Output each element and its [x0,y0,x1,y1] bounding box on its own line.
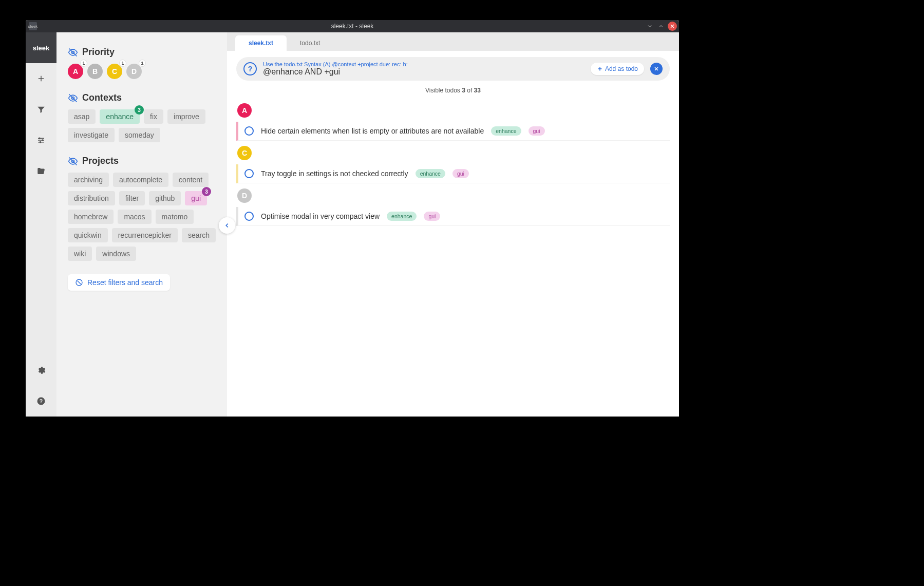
svg-point-9 [40,142,41,143]
context-chip-fix[interactable]: fix [144,109,163,124]
project-chip-github[interactable]: github [149,191,181,205]
contexts-title: Contexts [82,92,122,103]
project-tag[interactable]: gui [452,169,469,178]
main-panel: sleek.txttodo.txt ? Use the todo.txt Syn… [227,32,679,417]
context-chip-improve[interactable]: improve [167,109,205,124]
help-button[interactable]: ? [26,386,56,417]
nav-rail: sleek ? [26,32,56,417]
context-tag[interactable]: enhance [491,126,521,136]
app-window: sleek sleek.txt - sleek sleek [26,20,679,417]
project-chip-quickwin[interactable]: quickwin [68,228,108,242]
project-tag[interactable]: gui [424,212,440,221]
context-tag[interactable]: enhance [416,169,445,178]
project-chip-windows[interactable]: windows [96,247,136,261]
project-chip-gui[interactable]: gui3 [185,191,207,205]
project-chip-matomo[interactable]: matomo [156,210,194,224]
project-chip-distribution[interactable]: distribution [68,191,115,205]
project-chip-recurrencepicker[interactable]: recurrencepicker [112,228,178,242]
projects-title: Projects [82,156,119,166]
file-tabs: sleek.txttodo.txt [227,32,679,51]
minimize-button[interactable] [645,22,654,31]
todo-row[interactable]: Tray toggle in settings is not checked c… [236,164,670,183]
contexts-header: Contexts [68,92,216,103]
collapse-sidebar-button[interactable] [219,217,235,234]
priority-chip-b[interactable]: B [87,64,103,79]
app-logo: sleek [26,32,56,63]
priority-badge: 1 [119,60,126,67]
project-chip-content[interactable]: content [173,173,209,187]
clear-search-button[interactable] [650,63,663,75]
group-header-c: C [237,146,252,160]
search-input[interactable]: @enhance AND +gui [263,67,584,77]
priority-header: Priority [68,47,216,58]
todo-text: Tray toggle in settings is not checked c… [261,169,408,178]
svg-line-19 [78,281,81,285]
priority-chip-a[interactable]: A1 [68,64,83,79]
priority-chip-d[interactable]: D1 [126,64,142,79]
add-as-todo-label: Add as todo [605,65,638,72]
project-chip-macos[interactable]: macos [118,210,151,224]
todo-text: Hide certain elements when list is empty… [261,127,484,135]
filter-button[interactable] [26,94,56,125]
search-hint: Use the todo.txt Syntax (A) @context +pr… [263,61,584,67]
project-chip-archiving[interactable]: archiving [68,173,109,187]
reset-filters-button[interactable]: Reset filters and search [68,274,170,291]
group-header-d: D [237,188,252,203]
add-button[interactable] [26,63,56,94]
project-chip-search[interactable]: search [182,228,216,242]
close-button[interactable] [668,22,677,31]
add-as-todo-button[interactable]: Add as todo [591,63,644,75]
context-chip-asap[interactable]: asap [68,109,96,124]
context-badge: 3 [135,105,144,115]
open-file-button[interactable] [26,156,56,186]
context-chip-someday[interactable]: someday [119,128,160,142]
project-chip-filter[interactable]: filter [119,191,145,205]
context-chip-enhance[interactable]: enhance3 [100,109,140,124]
todo-row[interactable]: Optimise modal in very compact viewenhan… [236,207,670,226]
priority-badge: 1 [80,60,87,67]
eye-off-icon[interactable] [68,93,78,103]
priority-chip-c[interactable]: C1 [107,64,122,79]
projects-header: Projects [68,156,216,166]
settings-button[interactable] [26,355,56,386]
todo-checkbox[interactable] [244,212,254,221]
svg-point-8 [42,140,43,141]
reset-filters-label: Reset filters and search [87,278,163,287]
todo-checkbox[interactable] [244,169,254,178]
eye-off-icon[interactable] [68,47,78,58]
priority-badge: 1 [139,60,146,67]
group-header-a: A [237,103,252,118]
filter-sidebar: Priority A1BC1D1 Contexts asapenhance3fi… [56,32,227,417]
todo-checkbox[interactable] [244,126,254,136]
svg-text:?: ? [40,398,43,404]
syntax-help-icon[interactable]: ? [243,62,257,75]
context-chip-investigate[interactable]: investigate [68,128,115,142]
tab-sleek-txt[interactable]: sleek.txt [235,35,287,51]
eye-off-icon[interactable] [68,156,78,166]
project-tag[interactable]: gui [529,126,545,136]
context-tag[interactable]: enhance [387,212,417,221]
window-title: sleek.txt - sleek [26,23,679,30]
app-icon: sleek [29,22,37,30]
project-badge: 3 [202,187,211,196]
tab-todo-txt[interactable]: todo.txt [287,35,333,51]
svg-point-7 [39,138,40,139]
priority-title: Priority [82,47,115,58]
project-chip-homebrew[interactable]: homebrew [68,210,114,224]
todo-list: AHide certain elements when list is empt… [227,98,679,236]
project-chip-autocomplete[interactable]: autocomplete [113,173,168,187]
todo-text: Optimise modal in very compact view [261,212,380,220]
visible-count: Visible todos 3 of 33 [227,87,679,94]
todo-row[interactable]: Hide certain elements when list is empty… [236,122,670,141]
view-settings-button[interactable] [26,125,56,156]
maximize-button[interactable] [656,22,666,31]
search-bar: ? Use the todo.txt Syntax (A) @context +… [236,57,670,81]
titlebar: sleek sleek.txt - sleek [26,20,679,32]
project-chip-wiki[interactable]: wiki [68,247,92,261]
